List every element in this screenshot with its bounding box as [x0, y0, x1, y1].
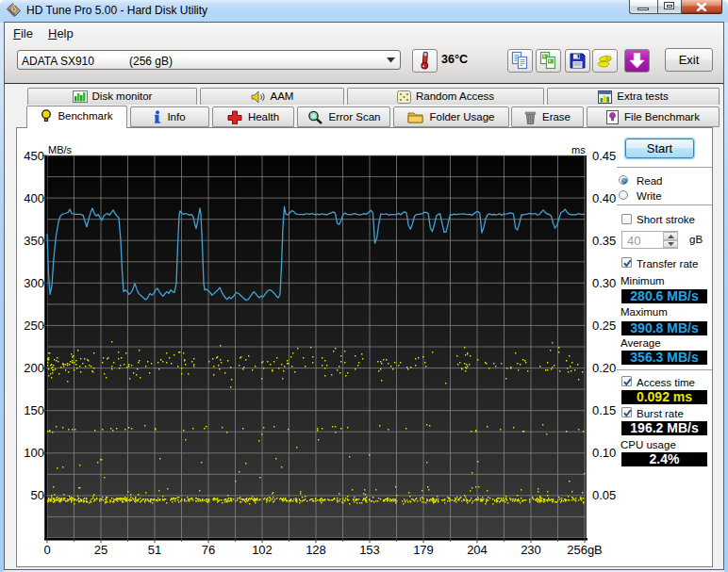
svg-text:150: 150	[24, 403, 44, 417]
svg-text:153: 153	[359, 543, 380, 557]
svg-text:450: 450	[24, 149, 44, 163]
svg-text:25: 25	[94, 543, 108, 557]
svg-text:ms: ms	[571, 144, 586, 155]
svg-text:256gB: 256gB	[567, 543, 603, 557]
svg-text:0.25: 0.25	[592, 319, 616, 333]
svg-text:0.40: 0.40	[592, 191, 616, 205]
svg-text:102: 102	[252, 543, 273, 557]
svg-text:0.05: 0.05	[592, 488, 616, 502]
svg-text:230: 230	[521, 543, 541, 557]
svg-text:76: 76	[202, 543, 215, 557]
svg-text:179: 179	[413, 543, 434, 557]
svg-text:400: 400	[24, 191, 44, 205]
svg-text:0.45: 0.45	[592, 149, 616, 163]
svg-text:204: 204	[467, 543, 488, 557]
svg-text:200: 200	[24, 361, 44, 375]
svg-text:MB/s: MB/s	[48, 144, 73, 155]
svg-text:100: 100	[24, 446, 44, 460]
svg-text:300: 300	[24, 276, 44, 290]
svg-text:128: 128	[306, 543, 326, 557]
svg-text:0.20: 0.20	[592, 361, 616, 375]
svg-text:0.10: 0.10	[592, 446, 616, 460]
svg-text:50: 50	[31, 488, 44, 502]
svg-text:0: 0	[43, 543, 50, 557]
svg-text:250: 250	[24, 319, 44, 333]
svg-text:51: 51	[148, 543, 161, 557]
svg-text:0.30: 0.30	[592, 276, 616, 290]
svg-text:350: 350	[24, 234, 44, 248]
svg-text:0.35: 0.35	[592, 234, 616, 248]
svg-text:0.15: 0.15	[592, 403, 616, 417]
